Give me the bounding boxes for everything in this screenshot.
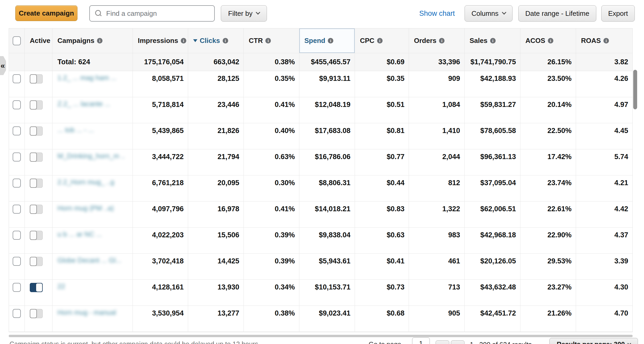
row-checkbox[interactable] bbox=[13, 205, 21, 214]
roas-cell: 4.26 bbox=[576, 71, 632, 97]
filter-by-button[interactable]: Filter by bbox=[221, 5, 267, 22]
cpc-cell: $0.51 bbox=[355, 97, 409, 123]
info-icon[interactable] bbox=[97, 38, 103, 43]
create-campaign-button[interactable]: Create campaign bbox=[15, 5, 77, 21]
row-checkbox[interactable] bbox=[13, 283, 21, 292]
info-icon[interactable] bbox=[603, 38, 609, 43]
table-row: ... tob ... - ... 5,439,865 21,826 0.40%… bbox=[9, 123, 632, 149]
info-icon[interactable] bbox=[377, 38, 383, 43]
row-checkbox[interactable] bbox=[13, 74, 21, 83]
spend-cell: $10,153.71 bbox=[299, 280, 355, 306]
sort-desc-icon bbox=[193, 39, 197, 42]
active-toggle[interactable] bbox=[30, 126, 43, 136]
active-toggle[interactable] bbox=[30, 231, 43, 240]
column-header-ctr[interactable]: CTR bbox=[244, 28, 299, 53]
roas-cell: 3.39 bbox=[576, 254, 632, 279]
info-icon[interactable] bbox=[223, 38, 228, 43]
cpc-cell: $0.83 bbox=[355, 202, 409, 227]
toggle-knob bbox=[30, 257, 37, 266]
spend-cell: $14,018.21 bbox=[299, 202, 355, 227]
row-checkbox[interactable] bbox=[13, 126, 21, 135]
orders-cell: 713 bbox=[409, 280, 465, 306]
cpc-cell: $0.41 bbox=[355, 254, 409, 279]
column-header-spend[interactable]: Spend bbox=[299, 28, 355, 53]
campaign-name-link[interactable]: M_Drinking_horn_m .. bbox=[57, 152, 125, 160]
collapse-sidebar-handle[interactable]: « bbox=[0, 56, 6, 75]
table-row: 2.2_Horn mug_ ..g 6,761,218 20,095 0.30%… bbox=[9, 175, 632, 202]
spend-cell: $9,838.04 bbox=[299, 228, 355, 253]
results-per-page-button[interactable]: Results per page: 300 bbox=[549, 338, 638, 344]
column-header-clicks[interactable]: Clicks bbox=[188, 28, 244, 53]
prev-page-button[interactable]: ‹ bbox=[436, 340, 449, 344]
table-header-row: Active Campaigns Impressions Clicks CTR … bbox=[9, 28, 632, 53]
campaign-name-link[interactable]: Z.2_ ... lacante ... bbox=[57, 100, 110, 108]
orders-cell: 812 bbox=[409, 175, 465, 201]
info-icon[interactable] bbox=[328, 38, 333, 43]
sales-cell: $78,605.58 bbox=[465, 123, 520, 149]
active-toggle[interactable] bbox=[30, 309, 43, 318]
campaign-name-link[interactable]: 22 bbox=[57, 282, 65, 291]
row-checkbox[interactable] bbox=[13, 231, 21, 240]
acos-cell: 20.14% bbox=[520, 97, 576, 123]
active-toggle[interactable] bbox=[30, 74, 43, 83]
active-toggle[interactable] bbox=[30, 153, 43, 162]
columns-label: Columns bbox=[471, 9, 499, 18]
column-header-cpc[interactable]: CPC bbox=[355, 28, 409, 53]
active-toggle[interactable] bbox=[30, 100, 43, 110]
campaign-name-link[interactable]: Horn mug (PM ..a) bbox=[57, 204, 114, 212]
vertical-scrollbar-thumb[interactable] bbox=[633, 70, 637, 109]
active-toggle[interactable] bbox=[30, 179, 43, 188]
row-checkbox[interactable] bbox=[13, 257, 21, 266]
info-icon[interactable] bbox=[265, 38, 271, 43]
row-checkbox[interactable] bbox=[13, 179, 21, 188]
columns-button[interactable]: Columns bbox=[465, 5, 513, 22]
clicks-cell: 15,506 bbox=[188, 228, 244, 253]
campaign-name-link[interactable]: ... tob ... - ... bbox=[57, 126, 94, 134]
impressions-cell: 4,022,203 bbox=[133, 228, 188, 253]
clicks-cell: 20,095 bbox=[188, 175, 244, 201]
column-header-acos[interactable]: ACOS bbox=[520, 28, 576, 53]
column-header-impressions[interactable]: Impressions bbox=[133, 28, 188, 53]
spend-cell: $17,683.08 bbox=[299, 123, 355, 149]
cpc-cell: $0.81 bbox=[355, 123, 409, 149]
column-header-orders[interactable]: Orders bbox=[409, 28, 465, 53]
row-checkbox[interactable] bbox=[13, 100, 21, 109]
info-icon[interactable] bbox=[548, 38, 553, 43]
column-header-sales[interactable]: Sales bbox=[465, 28, 520, 53]
campaign-name-link[interactable]: 2.2_Horn mug_ ..g bbox=[57, 178, 114, 186]
orders-cell: 2,044 bbox=[409, 149, 465, 175]
info-icon[interactable] bbox=[181, 38, 186, 43]
results-per-page-label: Results per page: 300 bbox=[557, 341, 625, 344]
export-button[interactable]: Export bbox=[601, 5, 635, 22]
campaign-search bbox=[89, 5, 215, 22]
column-header-roas[interactable]: ROAS bbox=[576, 28, 632, 53]
row-checkbox[interactable] bbox=[13, 153, 21, 161]
page-number-input[interactable]: 1 bbox=[412, 337, 430, 344]
clicks-cell: 14,425 bbox=[188, 254, 244, 279]
next-page-button[interactable]: › bbox=[451, 340, 465, 344]
campaign-name-link[interactable]: Globe Decant ... Gl... bbox=[57, 256, 121, 264]
campaign-name-link[interactable]: u b ... ar NC ... bbox=[57, 230, 102, 238]
active-toggle[interactable] bbox=[30, 257, 43, 266]
orders-cell: 1,322 bbox=[409, 202, 465, 227]
info-icon[interactable] bbox=[439, 38, 445, 43]
search-input[interactable] bbox=[106, 9, 206, 18]
chevron-down-icon bbox=[256, 10, 260, 15]
campaign-name-link[interactable]: 1.2_ ... mag ham ... bbox=[57, 74, 116, 82]
active-toggle[interactable] bbox=[30, 283, 43, 292]
date-range-button[interactable]: Date range - Lifetime bbox=[518, 5, 596, 22]
total-sales: $1,741,790.75 bbox=[465, 53, 520, 71]
column-header-campaigns[interactable]: Campaigns bbox=[52, 28, 133, 53]
row-checkbox[interactable] bbox=[13, 309, 21, 318]
select-all-checkbox[interactable] bbox=[13, 36, 21, 45]
total-ctr: 0.38% bbox=[244, 53, 299, 71]
horizontal-scrollbar[interactable] bbox=[9, 335, 633, 337]
campaign-name-link[interactable]: Horn mug - manual bbox=[57, 308, 116, 317]
info-icon[interactable] bbox=[490, 38, 496, 43]
toggle-knob bbox=[30, 74, 37, 83]
active-toggle[interactable] bbox=[30, 205, 43, 214]
clicks-cell: 23,446 bbox=[188, 97, 244, 123]
roas-cell: 4.37 bbox=[576, 228, 632, 253]
show-chart-link[interactable]: Show chart bbox=[419, 9, 455, 18]
table-row: 1.2_ ... mag ham ... 8,058,571 28,125 0.… bbox=[9, 71, 632, 97]
